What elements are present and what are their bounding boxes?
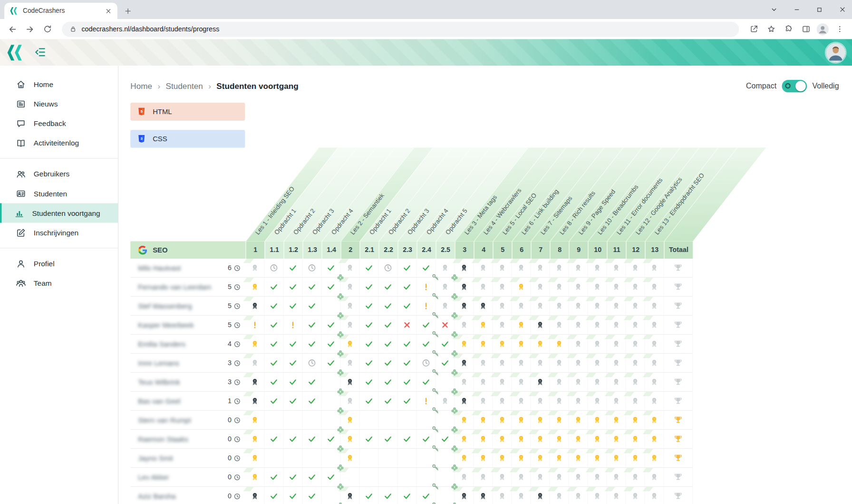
progress-cell-2-4[interactable] xyxy=(417,259,436,277)
progress-cell-5[interactable] xyxy=(493,316,512,334)
progress-cell-11[interactable] xyxy=(607,373,626,391)
progress-cell-1[interactable] xyxy=(246,468,265,486)
progress-cell-10[interactable] xyxy=(588,487,607,504)
progress-cell-2-1[interactable] xyxy=(360,487,379,504)
sidebar-item-nieuws[interactable]: Nieuws xyxy=(0,94,118,114)
progress-cell-11[interactable] xyxy=(607,487,626,504)
progress-cell-10[interactable] xyxy=(588,411,607,429)
progress-cell-6[interactable] xyxy=(512,297,531,315)
progress-cell-9[interactable] xyxy=(569,373,588,391)
progress-cell-12[interactable] xyxy=(626,335,645,353)
progress-cell-9[interactable] xyxy=(569,316,588,334)
progress-cell-2-2[interactable] xyxy=(379,487,398,504)
student-row[interactable]: Bas van Geel1 xyxy=(130,392,693,411)
progress-cell-7[interactable] xyxy=(531,373,550,391)
progress-cell-1-2[interactable] xyxy=(284,449,303,467)
student-row[interactable]: Emilia Sanders4 xyxy=(130,335,693,354)
new-tab-button[interactable] xyxy=(123,6,133,16)
progress-cell-12[interactable] xyxy=(626,430,645,448)
progress-cell-10[interactable] xyxy=(588,316,607,334)
progress-cell-12[interactable] xyxy=(626,354,645,372)
progress-cell-9[interactable] xyxy=(569,354,588,372)
progress-cell-7[interactable] xyxy=(531,487,550,504)
progress-cell-totaal[interactable] xyxy=(664,335,693,353)
progress-cell-10[interactable] xyxy=(588,373,607,391)
progress-cell-totaal[interactable] xyxy=(664,354,693,372)
student-row[interactable]: Imre Lemans3 xyxy=(130,354,693,373)
browser-tab[interactable]: CodeCrashers xyxy=(4,3,117,19)
progress-cell-1-2[interactable] xyxy=(284,468,303,486)
progress-cell-1-3[interactable] xyxy=(303,430,322,448)
progress-cell-1-1[interactable] xyxy=(265,487,284,504)
progress-cell-2-2[interactable] xyxy=(379,335,398,353)
progress-cell-2-1[interactable] xyxy=(360,449,379,467)
tab-close-icon[interactable] xyxy=(103,6,113,16)
progress-cell-4[interactable] xyxy=(474,411,493,429)
progress-cell-5[interactable] xyxy=(493,449,512,467)
progress-cell-2-1[interactable] xyxy=(360,259,379,277)
filter-css-button[interactable]: 3CSS xyxy=(130,130,245,148)
progress-cell-2-2[interactable] xyxy=(379,449,398,467)
progress-cell-1[interactable] xyxy=(246,316,265,334)
progress-cell-1-3[interactable] xyxy=(303,468,322,486)
progress-cell-1-3[interactable] xyxy=(303,487,322,504)
progress-cell-2-3[interactable] xyxy=(398,297,417,315)
progress-cell-11[interactable] xyxy=(607,392,626,410)
browser-profile-avatar[interactable] xyxy=(816,22,829,35)
progress-cell-13[interactable] xyxy=(645,316,664,334)
progress-cell-5[interactable] xyxy=(493,430,512,448)
progress-cell-totaal[interactable] xyxy=(664,278,693,296)
progress-cell-1-3[interactable] xyxy=(303,354,322,372)
progress-cell-2-1[interactable] xyxy=(360,335,379,353)
progress-cell-7[interactable] xyxy=(531,430,550,448)
progress-cell-2-1[interactable] xyxy=(360,411,379,429)
progress-cell-9[interactable] xyxy=(569,411,588,429)
progress-cell-9[interactable] xyxy=(569,278,588,296)
progress-cell-9[interactable] xyxy=(569,487,588,504)
progress-cell-4[interactable] xyxy=(474,392,493,410)
student-row[interactable]: Kasper Meerbeek5 xyxy=(130,316,693,335)
progress-cell-2-1[interactable] xyxy=(360,297,379,315)
progress-cell-2-3[interactable] xyxy=(398,335,417,353)
progress-cell-1-1[interactable] xyxy=(265,392,284,410)
sidebar-item-gebruikers[interactable]: Gebruikers xyxy=(0,164,118,184)
progress-cell-6[interactable] xyxy=(512,373,531,391)
progress-cell-5[interactable] xyxy=(493,297,512,315)
progress-cell-12[interactable] xyxy=(626,297,645,315)
progress-cell-4[interactable] xyxy=(474,449,493,467)
progress-cell-12[interactable] xyxy=(626,449,645,467)
progress-cell-1[interactable] xyxy=(246,297,265,315)
progress-cell-6[interactable] xyxy=(512,259,531,277)
progress-cell-12[interactable] xyxy=(626,392,645,410)
progress-cell-7[interactable] xyxy=(531,316,550,334)
back-button[interactable] xyxy=(5,22,19,36)
progress-cell-1[interactable] xyxy=(246,449,265,467)
address-bar[interactable]: codecrashers.nl/dashboard/students/progr… xyxy=(62,21,739,37)
progress-cell-totaal[interactable] xyxy=(664,487,693,504)
progress-cell-4[interactable] xyxy=(474,335,493,353)
progress-cell-8[interactable] xyxy=(550,335,569,353)
progress-cell-1-2[interactable] xyxy=(284,392,303,410)
progress-cell-6[interactable] xyxy=(512,430,531,448)
progress-cell-2-3[interactable] xyxy=(398,373,417,391)
progress-cell-1-3[interactable] xyxy=(303,449,322,467)
progress-cell-12[interactable] xyxy=(626,373,645,391)
sidebar-item-studenten-voortgang[interactable]: Studenten voortgang xyxy=(0,203,118,223)
progress-cell-6[interactable] xyxy=(512,278,531,296)
progress-cell-2-3[interactable] xyxy=(398,278,417,296)
progress-cell-2-2[interactable] xyxy=(379,373,398,391)
progress-cell-7[interactable] xyxy=(531,392,550,410)
sidebar-item-home[interactable]: Home xyxy=(0,75,118,94)
progress-cell-1-2[interactable] xyxy=(284,430,303,448)
progress-cell-2-3[interactable] xyxy=(398,392,417,410)
progress-cell-1[interactable] xyxy=(246,335,265,353)
progress-cell-13[interactable] xyxy=(645,392,664,410)
progress-cell-totaal[interactable] xyxy=(664,316,693,334)
progress-cell-1-2[interactable] xyxy=(284,316,303,334)
progress-cell-1-1[interactable] xyxy=(265,430,284,448)
progress-cell-7[interactable] xyxy=(531,411,550,429)
sidebar-item-profiel[interactable]: Profiel xyxy=(0,254,118,273)
progress-cell-1-2[interactable] xyxy=(284,354,303,372)
tab-search-chevron-icon[interactable] xyxy=(769,5,778,14)
progress-cell-2-2[interactable] xyxy=(379,259,398,277)
